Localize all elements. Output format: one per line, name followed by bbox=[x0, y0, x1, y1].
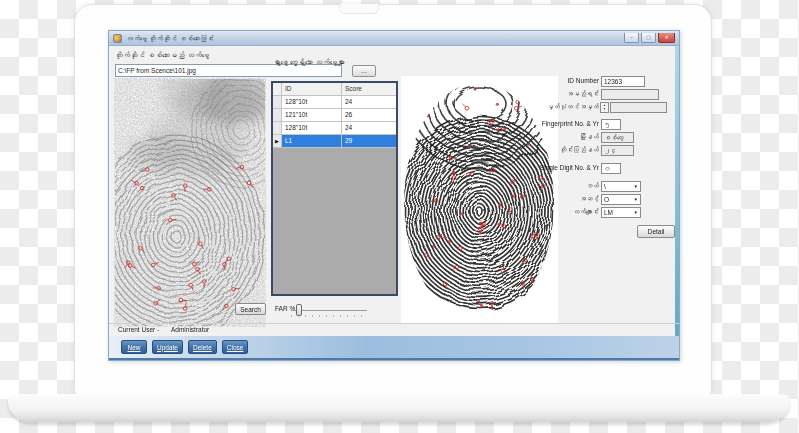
table-row[interactable]: 121"10t 26 bbox=[273, 109, 396, 122]
close-action-button[interactable]: Close bbox=[222, 340, 249, 354]
table-header-row: ID Score bbox=[273, 83, 396, 96]
table-header-id: ID bbox=[282, 83, 342, 96]
maximize-icon: ▢ bbox=[646, 35, 651, 40]
far-slider[interactable] bbox=[291, 303, 367, 317]
far-slider-track[interactable] bbox=[291, 310, 367, 311]
name-label: အမည်ရင်း bbox=[489, 90, 599, 97]
finger-select[interactable]: LM ▼ bbox=[601, 207, 641, 218]
detail-button[interactable]: Detail bbox=[637, 225, 675, 238]
current-user-label: Current User - bbox=[118, 326, 159, 333]
table-row[interactable]: 128"10t 24 bbox=[273, 122, 396, 135]
reg-no-spinner[interactable]: ▲ ▼ bbox=[600, 102, 609, 113]
close-button[interactable]: ✕ bbox=[658, 33, 675, 43]
minimize-button[interactable]: – bbox=[624, 33, 639, 43]
results-table: ID Score 128"10t 24 121"10t 26 128"10t 2… bbox=[271, 81, 398, 296]
window-controls: – ▢ ✕ bbox=[624, 33, 675, 43]
probe-section-label: တိုက်ဆိုင် စစ်ဆေးမည့် လက်ဗွေ bbox=[115, 51, 209, 60]
id-number-label: ID Number bbox=[489, 77, 599, 84]
delete-button[interactable]: Delete bbox=[188, 340, 217, 354]
browse-button[interactable]: ... bbox=[352, 65, 376, 77]
current-user-status: Current User - Administrator bbox=[118, 326, 209, 333]
reg-no-input[interactable] bbox=[610, 102, 667, 113]
window-right-border bbox=[675, 46, 679, 336]
single-digit-input[interactable]: ၀ bbox=[601, 163, 621, 174]
fingerprint-no-input[interactable]: ၅ bbox=[601, 119, 621, 130]
current-user-value: Administrator bbox=[171, 326, 209, 333]
results-section-label: ရှာဖွေ တွေ့ရှိသော လက်ဗွေများ bbox=[273, 58, 345, 67]
update-button[interactable]: Update bbox=[152, 340, 183, 354]
statusbar-divider bbox=[109, 323, 679, 324]
fingerprint-no-label: Fingerprint No. & Yr bbox=[489, 120, 599, 127]
window-title: လက်ဗွေ တိုက်ဆိုင် စစ်ဆေးခြင်း bbox=[126, 35, 214, 42]
state-label: တိုင်းပြည်နယ် bbox=[489, 146, 599, 153]
spinner-down-icon: ▼ bbox=[603, 108, 606, 111]
laptop-webcam-notch bbox=[339, 4, 379, 14]
window-titlebar: လက်ဗွေ တိုက်ဆိုင် စစ်ဆေးခြင်း – ▢ ✕ bbox=[109, 31, 679, 46]
name-input[interactable] bbox=[601, 89, 659, 100]
probe-fingerprint-image bbox=[114, 78, 266, 327]
chevron-down-icon: ▼ bbox=[634, 208, 638, 217]
grade-select[interactable]: O ▼ bbox=[601, 194, 641, 205]
township-label: မြို့နယ် bbox=[489, 133, 599, 140]
single-digit-label: Single Digit No. & Yr bbox=[489, 164, 599, 171]
row-selector-icon: ▶ bbox=[273, 135, 282, 148]
search-button[interactable]: Search bbox=[235, 303, 266, 315]
far-slider-ticks bbox=[291, 315, 367, 317]
finger-label: လက်ချောင်း bbox=[489, 208, 599, 215]
table-header-selector-cell bbox=[273, 83, 282, 96]
township-input[interactable]: စစ်တွေ bbox=[601, 132, 634, 143]
app-icon bbox=[113, 34, 122, 43]
state-input[interactable]: ၂၄ bbox=[601, 145, 634, 156]
chevron-down-icon: ▼ bbox=[634, 182, 638, 191]
grade-label: အဆင့် bbox=[489, 195, 599, 202]
minimize-icon: – bbox=[630, 35, 633, 40]
chevron-down-icon: ▼ bbox=[634, 195, 638, 204]
close-icon: ✕ bbox=[664, 35, 668, 40]
hand-select[interactable]: \ ▼ bbox=[601, 181, 641, 192]
reg-no-label: မှတ်ပုံတင်အမှတ် bbox=[489, 103, 599, 110]
app-window: လက်ဗွေ တိုက်ဆိုင် စစ်ဆေးခြင်း – ▢ ✕ တိုက… bbox=[108, 30, 680, 361]
laptop-base bbox=[8, 394, 790, 422]
table-row-selected[interactable]: ▶ L1 29 bbox=[273, 135, 396, 148]
table-header-score: Score bbox=[342, 83, 396, 96]
table-row[interactable]: 128"10t 24 bbox=[273, 96, 396, 109]
id-number-input[interactable]: 12363 bbox=[601, 76, 645, 87]
action-bar: New Update Delete Close bbox=[109, 336, 679, 360]
maximize-button[interactable]: ▢ bbox=[641, 33, 656, 43]
hand-label: ဘယ် bbox=[489, 182, 599, 189]
new-button[interactable]: New bbox=[121, 340, 147, 354]
